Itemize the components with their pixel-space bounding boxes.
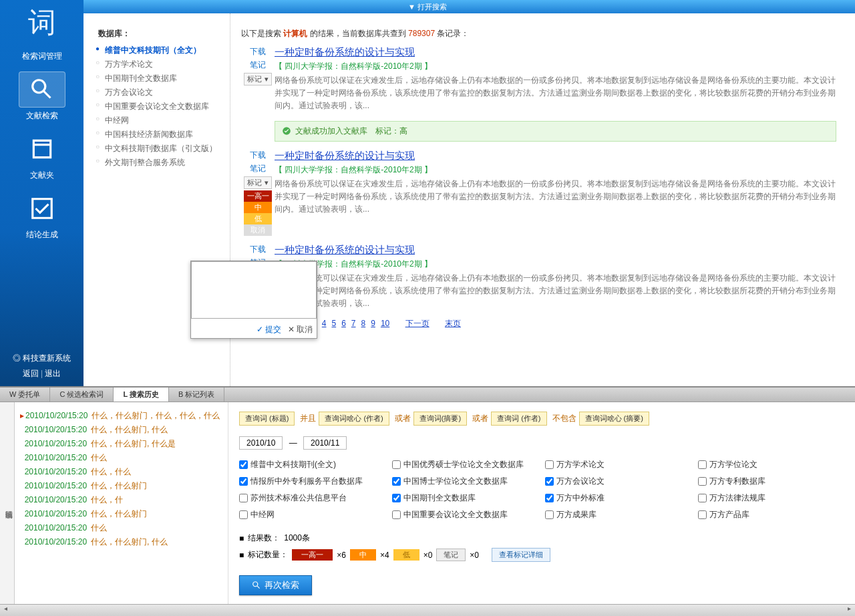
tag-low[interactable]: 低: [244, 213, 272, 224]
tab-tags[interactable]: B 标记列表: [169, 388, 224, 402]
nav-literature-search[interactable]: 文献检索: [0, 71, 83, 122]
results-panel: 以下是搜索 计算机 的结果，当前数据库共查到 789307 条记录： 下载 笔记…: [230, 13, 855, 386]
query-badge[interactable]: 查询词 (作者): [491, 412, 546, 426]
download-link[interactable]: 下载: [241, 46, 275, 57]
pager-last[interactable]: 末页: [445, 319, 461, 328]
db-checkbox[interactable]: 中国优秀硕士学位论文全文数据库: [392, 459, 538, 470]
db-checkbox[interactable]: 中国期刊全文数据库: [392, 492, 538, 504]
query-badge[interactable]: 查询词啥心 (作者): [319, 412, 389, 426]
bottom-panel: W 委托单 C 候选检索词 L 搜索历史 B 标记列表 辅助编辑区 ▸2010/…: [0, 386, 855, 616]
db-item[interactable]: 万方会议论文: [98, 86, 223, 100]
db-checkbox[interactable]: 万方产品库: [698, 509, 844, 520]
tag-dropdown[interactable]: 标记 ▾: [244, 176, 271, 189]
pager: 共39466页 12345678910 下一页 末页: [241, 318, 836, 329]
sidebar-footer: ◎ 科技查新系统 返回 | 退出: [0, 353, 83, 379]
note-link[interactable]: 笔记: [241, 163, 275, 174]
history-row[interactable]: ▸2010/10/20/15:20什么，什么射门，什么，什么，什么: [20, 409, 222, 423]
date-from[interactable]: 2010/10: [239, 436, 283, 450]
tab-history[interactable]: L 搜索历史: [114, 388, 169, 402]
db-item[interactable]: 中国重要会议论文全文数据库: [98, 100, 223, 114]
db-item[interactable]: 维普中文科技期刊（全文）: [98, 43, 223, 57]
db-item[interactable]: 中经网: [98, 114, 223, 128]
back-link[interactable]: 返回: [23, 369, 39, 378]
db-checkbox[interactable]: 中经网: [239, 509, 385, 520]
result-title[interactable]: 一种定时备份系统的设计与实现: [275, 150, 836, 162]
db-item[interactable]: 外文期刊整合服务系统: [98, 156, 223, 170]
tag-mid[interactable]: 中: [244, 202, 272, 213]
db-item[interactable]: 万方学术论文: [98, 57, 223, 71]
db-checkbox[interactable]: 万方成果库: [545, 509, 691, 520]
db-checkbox[interactable]: 中国博士学位论文全文数据库: [392, 476, 538, 487]
db-item[interactable]: 中国科技经济新闻数据库: [98, 128, 223, 142]
result-title[interactable]: 一种定时备份系统的设计与实现: [275, 244, 836, 257]
history-row[interactable]: 2010/10/20/15:20什么，什么射门: [20, 479, 222, 493]
db-checkbox[interactable]: 万方法律法规库: [698, 492, 844, 504]
tag-dropdown[interactable]: 标记 ▾: [244, 73, 271, 86]
db-checkbox[interactable]: 万方会议论文: [545, 476, 691, 487]
db-checkbox[interactable]: 维普中文科技期刊(全文): [239, 459, 385, 470]
pager-page[interactable]: 4: [322, 319, 327, 328]
note-textarea[interactable]: [191, 261, 317, 319]
db-checkbox[interactable]: 万方学位论文: [698, 459, 844, 470]
view-tags-detail[interactable]: 查看标记详细: [492, 548, 550, 562]
result-title[interactable]: 一种定时备份系统的设计与实现: [275, 46, 836, 59]
pill-high: 一高一: [292, 549, 333, 561]
result-abstract: 网络备份系统可以保证在灾难发生后，远地存储设备上仍有本地数据的一份或多份拷贝。将…: [275, 74, 836, 113]
note-link[interactable]: 笔记: [241, 59, 275, 71]
download-link[interactable]: 下载: [241, 150, 275, 161]
download-link[interactable]: 下载: [241, 244, 275, 255]
history-row[interactable]: 2010/10/20/15:20什么，什么射门, 什么: [20, 423, 222, 437]
nav-search-terms[interactable]: 检索词管理: [0, 51, 83, 62]
pill-note: 笔记: [436, 549, 466, 561]
nav-folder[interactable]: 文献夹: [0, 131, 83, 181]
db-checkbox[interactable]: 万方中外标准: [545, 492, 691, 504]
db-checkbox[interactable]: 万方学术论文: [545, 459, 691, 470]
record-count: 789307: [408, 29, 435, 38]
tab-delegate[interactable]: W 委托单: [0, 388, 50, 402]
db-checkbox[interactable]: 万方专利数据库: [698, 476, 844, 487]
success-message: 文献成功加入文献库 标记：高: [275, 121, 836, 142]
history-row[interactable]: 2010/10/20/15:20什么，什么射门, 什么是: [20, 437, 222, 451]
db-item[interactable]: 中文科技期刊数据库（引文版）: [98, 142, 223, 156]
nav-label: 文献检索: [0, 110, 83, 122]
history-row[interactable]: 2010/10/20/15:20什么，什么射门, 什么: [20, 535, 222, 549]
research-button[interactable]: 再次检索: [239, 575, 312, 595]
db-item[interactable]: 中国期刊全文数据库: [98, 71, 223, 86]
exit-link[interactable]: 退出: [45, 369, 61, 378]
query-badge[interactable]: 查询词(摘要): [413, 412, 467, 426]
result-source: 【 四川大学学报：自然科学版-2010年2期 】: [275, 61, 836, 72]
tag-count-label: 标记数量：: [248, 549, 288, 561]
tag-cancel[interactable]: 取消: [244, 224, 272, 236]
pager-page[interactable]: 5: [331, 319, 336, 328]
db-checkbox[interactable]: 中国重要会议论文全文数据库: [392, 509, 538, 520]
open-search-toggle[interactable]: ▼ 打开搜索: [0, 0, 855, 13]
pill-low: 低: [393, 549, 419, 561]
history-row[interactable]: 2010/10/20/15:20什么，什: [20, 493, 222, 507]
system-link[interactable]: 科技查新系统: [23, 353, 71, 363]
history-row[interactable]: 2010/10/20/15:20什么，什么射门: [20, 507, 222, 521]
tag-high[interactable]: 一高一: [244, 190, 272, 202]
history-row[interactable]: 2010/10/20/15:20什么: [20, 521, 222, 535]
note-cancel[interactable]: ✕ 取消: [288, 325, 313, 334]
db-checkbox[interactable]: 情报所中外专利服务平台数据库: [239, 476, 385, 487]
result-count-label: 结果数：: [248, 532, 280, 544]
pager-next[interactable]: 下一页: [405, 319, 430, 328]
pager-page[interactable]: 9: [371, 319, 375, 328]
pager-page[interactable]: 7: [351, 319, 356, 328]
history-row[interactable]: 2010/10/20/15:20什么: [20, 451, 222, 465]
query-badge[interactable]: 查询词 (标题): [239, 412, 295, 426]
result-source: 【 四川大学学报：自然科学版-2010年2期 】: [275, 164, 836, 176]
tab-candidates[interactable]: C 候选检索词: [50, 388, 114, 402]
pager-page[interactable]: 6: [341, 319, 346, 328]
pager-page[interactable]: 10: [381, 319, 389, 328]
query-badge[interactable]: 查询词啥心 (摘要): [579, 412, 649, 426]
db-checkbox[interactable]: 苏州技术标准公共信息平台: [239, 492, 385, 504]
history-list: ▸2010/10/20/15:20什么，什么射门，什么，什么，什么 2010/1…: [15, 402, 228, 604]
folder-icon: [19, 131, 65, 167]
result-source: 【 四川大学学报：自然科学版-2010年2期 】: [275, 259, 836, 270]
history-row[interactable]: 2010/10/20/15:20什么，什么: [20, 465, 222, 479]
date-to[interactable]: 2010/11: [303, 436, 347, 450]
nav-conclusion[interactable]: 结论生成: [0, 190, 83, 241]
pager-page[interactable]: 8: [361, 319, 366, 328]
note-submit[interactable]: ✓ 提交: [256, 325, 281, 334]
